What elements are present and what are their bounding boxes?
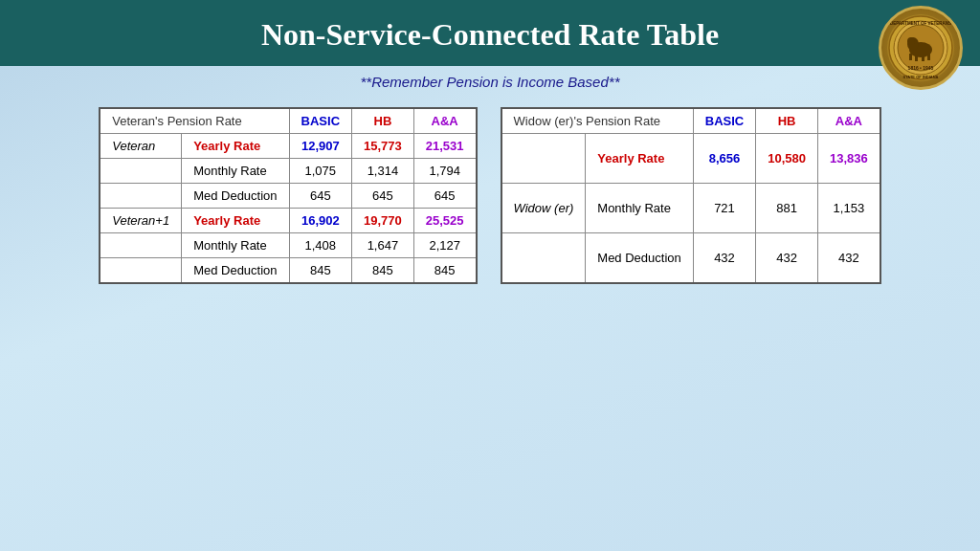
sub-label: Monthly Rate: [182, 233, 289, 258]
svg-text:DEPARTMENT OF VETERANS: DEPARTMENT OF VETERANS: [890, 21, 951, 26]
row-label: [100, 233, 181, 258]
table-row: VeteranYearly Rate12,90715,77321,531: [100, 134, 476, 159]
basic-value: 721: [693, 183, 755, 232]
basic-value: 1,075: [289, 159, 351, 184]
hb-value: 10,580: [756, 134, 818, 184]
veteran-col-aa-header: A&A: [413, 108, 476, 134]
row-label: [501, 232, 586, 283]
table-row: Veteran+1Yearly Rate16,90219,77025,525: [100, 209, 476, 233]
hb-value: 845: [352, 258, 414, 284]
sub-label: Monthly Rate: [586, 183, 693, 232]
basic-value: 12,907: [289, 134, 351, 159]
hb-value: 1,314: [352, 159, 414, 184]
seal-emblem: 1816 • 1945 DEPARTMENT OF VETERANS STATE…: [879, 6, 963, 90]
basic-value: 645: [289, 184, 351, 209]
sub-label: Med Deduction: [182, 258, 289, 284]
table-row: Monthly Rate1,4081,6472,127: [100, 233, 476, 258]
basic-value: 432: [693, 232, 755, 283]
hb-value: 432: [756, 232, 818, 283]
hb-value: 19,770: [352, 209, 414, 233]
widow-col-basic-header: BASIC: [693, 108, 755, 134]
hb-value: 881: [756, 183, 818, 232]
table-row: Yearly Rate8,65610,58013,836: [501, 134, 880, 184]
basic-value: 16,902: [289, 209, 351, 233]
svg-point-5: [907, 37, 915, 45]
table-row: Monthly Rate1,0751,3141,794: [100, 159, 476, 184]
veteran-table-title: Veteran's Pension Rate: [100, 108, 289, 134]
veteran-table-header-row: Veteran's Pension Rate BASIC HB A&A: [100, 108, 476, 134]
table-row: Med Deduction845845845: [100, 258, 476, 284]
widow-col-aa-header: A&A: [817, 108, 880, 134]
svg-rect-6: [909, 54, 912, 60]
seal-container: 1816 • 1945 DEPARTMENT OF VETERANS STATE…: [879, 6, 965, 92]
sub-label: Monthly Rate: [182, 159, 289, 184]
aa-value: 2,127: [413, 233, 476, 258]
page-title: Non-Service-Connected Rate Table: [261, 17, 719, 53]
sub-label: Med Deduction: [586, 232, 693, 283]
basic-value: 1,408: [289, 233, 351, 258]
basic-value: 845: [289, 258, 351, 284]
hb-value: 1,647: [352, 233, 414, 258]
svg-text:1816 • 1945: 1816 • 1945: [908, 65, 934, 71]
sub-label: Yearly Rate: [182, 209, 289, 233]
seal-inner-circle: 1816 • 1945 DEPARTMENT OF VETERANS STATE…: [887, 14, 954, 81]
basic-value: 8,656: [693, 134, 755, 184]
aa-value: 1,794: [413, 159, 476, 184]
veteran-pension-table: Veteran's Pension Rate BASIC HB A&A Vete…: [99, 107, 477, 284]
table-row: Med Deduction432432432: [501, 232, 880, 283]
widow-col-hb-header: HB: [756, 108, 818, 134]
row-label: Widow (er): [501, 183, 586, 232]
widow-table-title: Widow (er)'s Pension Rate: [501, 108, 694, 134]
svg-rect-8: [922, 55, 924, 61]
sub-label: Med Deduction: [182, 184, 289, 209]
aa-value: 432: [817, 232, 880, 283]
page-header: Non-Service-Connected Rate Table: [0, 0, 980, 66]
sub-label: Yearly Rate: [586, 134, 693, 184]
svg-rect-7: [915, 55, 918, 61]
svg-text:STATE OF INDIANA: STATE OF INDIANA: [903, 75, 939, 79]
tables-container: Veteran's Pension Rate BASIC HB A&A Vete…: [19, 107, 961, 284]
aa-value: 25,525: [413, 209, 476, 233]
subtitle-text: **Remember Pension is Income Based**: [0, 74, 980, 90]
svg-rect-9: [927, 54, 930, 60]
row-label: [501, 134, 586, 184]
row-label: [100, 258, 181, 284]
row-label: [100, 184, 181, 209]
aa-value: 21,531: [413, 134, 476, 159]
aa-value: 845: [413, 258, 476, 284]
row-label: [100, 159, 181, 184]
row-label: Veteran: [100, 134, 181, 159]
hb-value: 15,773: [352, 134, 414, 159]
row-label: Veteran+1: [100, 209, 181, 233]
veteran-col-hb-header: HB: [352, 108, 414, 134]
aa-value: 1,153: [817, 183, 880, 232]
main-content: Veteran's Pension Rate BASIC HB A&A Vete…: [0, 107, 980, 284]
widow-table-header-row: Widow (er)'s Pension Rate BASIC HB A&A: [501, 108, 880, 134]
aa-value: 13,836: [817, 134, 880, 184]
veteran-col-basic-header: BASIC: [289, 108, 351, 134]
sub-label: Yearly Rate: [182, 134, 289, 159]
hb-value: 645: [352, 184, 414, 209]
table-row: Widow (er)Monthly Rate7218811,153: [501, 183, 880, 232]
table-row: Med Deduction645645645: [100, 184, 476, 209]
seal-svg: 1816 • 1945 DEPARTMENT OF VETERANS STATE…: [888, 15, 953, 80]
aa-value: 645: [413, 184, 476, 209]
widow-pension-table: Widow (er)'s Pension Rate BASIC HB A&A Y…: [501, 107, 881, 284]
